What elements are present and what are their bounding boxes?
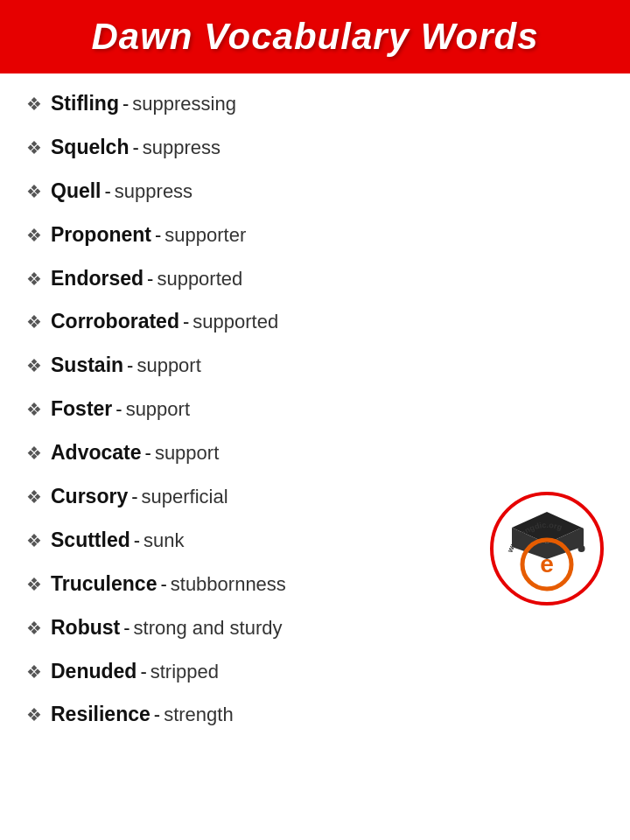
list-item: ❖Robust - strong and sturdy (26, 606, 604, 650)
list-item: ❖Resilience - strength (26, 693, 604, 737)
header-banner: Dawn Vocabulary Words (0, 0, 630, 74)
vocab-dash: - (127, 354, 133, 379)
list-item: ❖Foster - support (26, 388, 604, 431)
bullet-icon: ❖ (26, 617, 42, 640)
bullet-icon: ❖ (26, 224, 42, 247)
page-title: Dawn Vocabulary Words (91, 16, 538, 57)
bullet-icon: ❖ (26, 136, 42, 159)
vocab-definition: suppress (115, 179, 192, 205)
vocab-word: Corroborated (51, 309, 179, 335)
vocab-definition: stripped (150, 660, 219, 685)
bullet-icon: ❖ (26, 661, 42, 683)
vocab-definition: strong and sturdy (134, 616, 283, 641)
bullet-icon: ❖ (26, 704, 42, 726)
vocab-definition: strength (164, 703, 234, 728)
vocab-word: Cursory (51, 484, 128, 510)
vocab-dash: - (132, 136, 138, 161)
svg-rect-2 (579, 528, 584, 547)
bullet-icon: ❖ (26, 529, 42, 552)
content-area: ❖Stifling - suppressing❖Squelch - suppre… (0, 74, 630, 763)
logo-svg: e www.engdic.org (494, 496, 599, 601)
bullet-icon: ❖ (26, 268, 42, 290)
vocab-dash: - (145, 441, 151, 466)
vocab-word: Stifling (51, 91, 119, 117)
bullet-icon: ❖ (26, 311, 42, 333)
vocab-word: Denuded (51, 659, 136, 685)
vocab-dash: - (131, 485, 137, 510)
vocab-dash: - (154, 703, 160, 728)
vocab-dash: - (140, 660, 146, 685)
vocab-word: Scuttled (51, 528, 130, 554)
vocab-dash: - (147, 267, 153, 292)
vocab-definition: stubbornness (171, 572, 286, 598)
vocab-definition: supporter (164, 223, 246, 248)
list-item: ❖Advocate - support (26, 431, 604, 475)
logo-circle: e www.engdic.org (490, 492, 604, 606)
vocab-dash: - (123, 616, 130, 641)
list-item: ❖Endorsed - supported (26, 257, 604, 301)
list-item: ❖Squelch - suppress (26, 126, 604, 170)
vocab-word: Truculence (51, 571, 157, 598)
bullet-icon: ❖ (26, 93, 42, 116)
svg-point-3 (578, 545, 585, 552)
bullet-icon: ❖ (26, 442, 42, 465)
vocab-word: Quell (51, 178, 102, 205)
list-item: ❖Sustain - support (26, 344, 604, 388)
bullet-icon: ❖ (26, 573, 42, 596)
vocab-dash: - (160, 572, 166, 598)
list-item: ❖Proponent - supporter (26, 214, 604, 257)
vocab-dash: - (116, 397, 122, 423)
vocab-dash: - (183, 310, 189, 335)
list-item: ❖Stifling - suppressing (26, 82, 604, 126)
vocab-word: Advocate (51, 440, 142, 466)
vocab-definition: support (155, 441, 219, 466)
vocab-word: Squelch (51, 135, 129, 161)
vocabulary-list: ❖Stifling - suppressing❖Squelch - suppre… (26, 82, 604, 737)
logo-container: e www.engdic.org (490, 492, 604, 606)
vocab-definition: suppress (143, 136, 220, 161)
vocab-dash: - (105, 179, 111, 205)
vocab-word: Resilience (51, 702, 150, 728)
vocab-definition: superficial (142, 485, 228, 510)
list-item: ❖Corroborated - supported (26, 300, 604, 344)
svg-text:e: e (540, 550, 554, 578)
vocab-word: Sustain (51, 353, 123, 379)
vocab-definition: sunk (144, 528, 184, 554)
vocab-dash: - (155, 223, 161, 248)
list-item: ❖Quell - suppress (26, 170, 604, 214)
vocab-definition: suppressing (132, 92, 236, 117)
vocab-word: Proponent (51, 222, 151, 248)
vocab-definition: support (126, 397, 190, 423)
vocab-definition: supported (192, 310, 278, 335)
vocab-dash: - (122, 92, 129, 117)
vocab-word: Robust (51, 615, 120, 641)
vocab-definition: support (136, 354, 200, 379)
vocab-definition: supported (157, 267, 242, 292)
bullet-icon: ❖ (26, 354, 42, 377)
bullet-icon: ❖ (26, 398, 42, 421)
list-item: ❖Denuded - stripped (26, 650, 604, 694)
page-wrapper: Dawn Vocabulary Words ❖Stifling - suppre… (0, 0, 630, 763)
vocab-dash: - (134, 528, 140, 554)
vocab-word: Foster (51, 396, 112, 423)
vocab-word: Endorsed (51, 266, 144, 292)
bullet-icon: ❖ (26, 180, 42, 203)
bullet-icon: ❖ (26, 486, 42, 508)
